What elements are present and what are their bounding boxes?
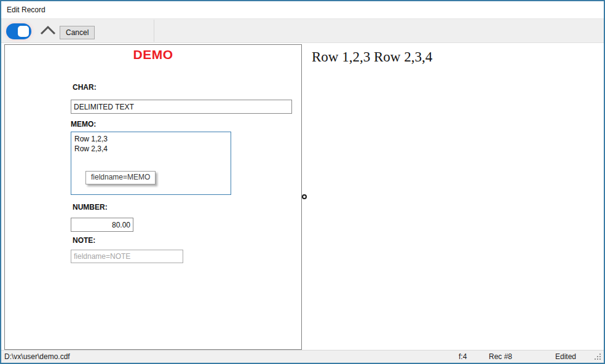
edit-state-badge: Edited bbox=[555, 352, 576, 361]
number-field-label: NUMBER: bbox=[73, 203, 108, 212]
char-field-input[interactable] bbox=[71, 100, 292, 114]
field-indicator: f:4 bbox=[459, 352, 467, 361]
file-path: D:\vx\user\demo.cdf bbox=[4, 352, 70, 361]
chevron-up-icon bbox=[40, 25, 56, 35]
note-field-label: NOTE: bbox=[73, 236, 95, 245]
toggle-thumb-icon bbox=[18, 26, 29, 37]
memo-field-label: MEMO: bbox=[71, 120, 96, 129]
window-title: Edit Record bbox=[7, 6, 45, 14]
record-indicator: Rec #8 bbox=[489, 352, 512, 361]
collapse-button[interactable] bbox=[40, 25, 57, 38]
edit-mode-toggle[interactable] bbox=[6, 23, 31, 39]
title-bar: Edit Record bbox=[1, 1, 604, 18]
cancel-button[interactable]: Cancel bbox=[60, 26, 95, 39]
record-form-panel: DEMO CHAR: MEMO: Row 1,2,3 Row 2,3,4 fie… bbox=[4, 44, 302, 350]
status-bar: D:\vx\user\demo.cdf f:4 Rec #8 Edited bbox=[1, 350, 604, 363]
edit-record-window: Edit Record Cancel DEMO CHAR: MEMO: Row … bbox=[0, 0, 605, 364]
toolbar: Cancel bbox=[1, 18, 604, 43]
memo-field-textarea[interactable]: Row 1,2,3 Row 2,3,4 bbox=[71, 132, 231, 195]
resize-grip-icon[interactable] bbox=[594, 354, 601, 360]
preview-text: Row 1,2,3 Row 2,3,4 bbox=[312, 49, 432, 65]
toolbar-separator bbox=[154, 20, 154, 42]
number-field-input[interactable] bbox=[71, 218, 133, 232]
record-preview-panel: Row 1,2,3 Row 2,3,4 bbox=[304, 44, 603, 347]
splitter-grip-icon[interactable] bbox=[302, 194, 307, 199]
note-field-input[interactable] bbox=[71, 250, 183, 263]
memo-tooltip: fieldname=MEMO bbox=[85, 171, 156, 184]
demo-heading: DEMO bbox=[5, 47, 301, 62]
char-field-label: CHAR: bbox=[73, 83, 97, 92]
